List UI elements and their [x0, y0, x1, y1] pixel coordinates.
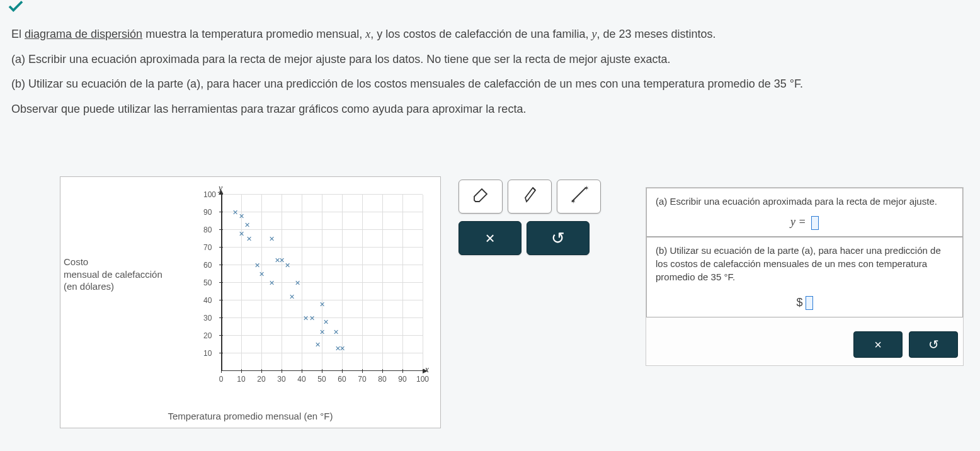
data-point: ✕	[246, 235, 252, 243]
problem-statement: El diagrama de dispersión muestra la tem…	[11, 22, 974, 122]
tick-y	[219, 194, 223, 195]
data-point: ✕	[254, 261, 260, 270]
close-icon: ×	[874, 338, 882, 352]
intro-prefix: El	[11, 28, 25, 40]
tick-label-y: 10	[203, 349, 212, 358]
tick-y	[219, 317, 223, 318]
tick-y	[219, 265, 223, 265]
gridline-v	[423, 195, 423, 371]
tick-label-y: 90	[203, 208, 212, 217]
gridline-v	[302, 195, 302, 371]
chart-workspace[interactable]: Costo mensual de calefacción (en dólares…	[60, 176, 441, 428]
tick-label-y: 80	[203, 226, 212, 234]
intro-line: El diagrama de dispersión muestra la tem…	[11, 22, 974, 47]
tick-label-y: 40	[203, 296, 212, 305]
plot-region[interactable]: y x 010203040506070809010010203040506070…	[221, 195, 423, 371]
dollar-prefix: $	[796, 296, 802, 309]
tick-y	[219, 353, 223, 353]
tick-label-x: 40	[297, 375, 305, 384]
panel-cancel-button[interactable]: ×	[853, 331, 903, 358]
tick-x	[241, 369, 242, 373]
svg-text:✶: ✶	[571, 198, 576, 205]
gridline-v	[402, 195, 403, 371]
y-axis	[221, 195, 222, 371]
gridline-v	[382, 195, 383, 371]
gridline-v	[261, 195, 262, 371]
tick-label-x: 80	[378, 375, 386, 384]
eraser-icon	[471, 187, 490, 207]
data-point: ✕	[259, 270, 265, 278]
intro-mid: , y los costos de calefacción de una fam…	[370, 28, 591, 40]
chart-area[interactable]: y x 010203040506070809010010203040506070…	[205, 182, 432, 390]
tick-x	[342, 369, 343, 373]
data-point: ✕	[319, 328, 325, 336]
equation-row: y =	[656, 214, 954, 230]
data-point: ✕	[295, 279, 300, 287]
gridline-v	[322, 195, 322, 371]
tick-y	[219, 212, 223, 212]
var-y: y	[592, 28, 597, 40]
tick-x	[322, 369, 322, 373]
tick-label-x: 10	[237, 375, 245, 384]
note-line: Observar que puede utilizar las herramie…	[11, 97, 974, 122]
data-point: ✕	[269, 235, 275, 243]
data-point: ✕	[315, 341, 321, 349]
tick-label-y: 100	[203, 190, 216, 199]
gridline-h	[221, 265, 423, 265]
x-axis-arrow-icon	[423, 368, 428, 374]
ylab-line-3: (en dólares)	[64, 280, 190, 293]
data-point: ✕	[319, 300, 325, 308]
tick-x	[221, 369, 222, 373]
data-point: ✕	[285, 261, 290, 270]
intro-suffix: muestra la temperatura promedio mensual,	[142, 28, 365, 40]
part-a-line: (a) Escribir una ecuación aproximada par…	[11, 47, 974, 72]
tick-y	[219, 300, 223, 300]
tick-label-y: 70	[203, 243, 212, 252]
tick-label-x: 60	[338, 375, 346, 384]
tick-y	[219, 229, 223, 230]
tick-label-x: 50	[317, 375, 326, 384]
tick-y	[219, 335, 223, 336]
x-axis-title: Temperatura promedio mensual (en °F)	[60, 411, 440, 421]
cost-input[interactable]	[806, 296, 813, 310]
data-point: ✕	[323, 317, 329, 326]
pencil-tool[interactable]	[508, 180, 552, 214]
gridline-h	[221, 317, 423, 318]
data-point: ✕	[339, 344, 345, 352]
gridline-h	[221, 247, 423, 248]
redo-icon: ↺	[928, 337, 939, 352]
clear-button[interactable]: ×	[459, 221, 521, 255]
panel-redo-button[interactable]: ↺	[909, 331, 958, 358]
data-point: ✕	[333, 328, 339, 336]
reset-button[interactable]: ↺	[527, 221, 590, 255]
reset-icon: ↺	[551, 229, 565, 248]
part-b-line: (b) Utilizar su ecuación de la parte (a)…	[11, 72, 974, 97]
drawing-tools: ✶✶ × ↺	[459, 180, 613, 263]
line-tool[interactable]: ✶✶	[557, 180, 601, 214]
gridline-v	[282, 195, 282, 371]
gridline-v	[362, 195, 363, 371]
data-point: ✕	[244, 220, 250, 229]
data-point: ✕	[232, 208, 238, 217]
gridline-v	[241, 195, 242, 371]
answer-b-text: (b) Utilizar su ecuación de la parte (a)…	[656, 244, 954, 283]
data-point: ✕	[289, 293, 295, 301]
tick-label-y: 50	[203, 278, 212, 287]
tick-x	[362, 369, 363, 373]
eraser-tool[interactable]	[459, 180, 503, 214]
scatter-diagram-link[interactable]: diagrama de dispersión	[25, 28, 142, 40]
data-point: ✕	[239, 229, 244, 237]
gridline-h	[221, 194, 423, 195]
tick-x	[402, 369, 403, 373]
gridline-h	[221, 353, 423, 353]
tick-x	[382, 369, 383, 373]
answer-a-text: (a) Escribir una ecuación aproximada par…	[656, 195, 954, 208]
equation-input[interactable]	[811, 216, 819, 230]
answer-b-box: (b) Utilizar su ecuación de la parte (a)…	[646, 237, 963, 317]
tick-label-x: 100	[416, 375, 429, 384]
completed-check-icon	[6, 0, 25, 16]
tick-label-y: 20	[203, 331, 212, 340]
tick-label-x: 90	[398, 375, 406, 384]
tick-x	[261, 369, 262, 373]
tick-label-y: 60	[203, 261, 212, 270]
